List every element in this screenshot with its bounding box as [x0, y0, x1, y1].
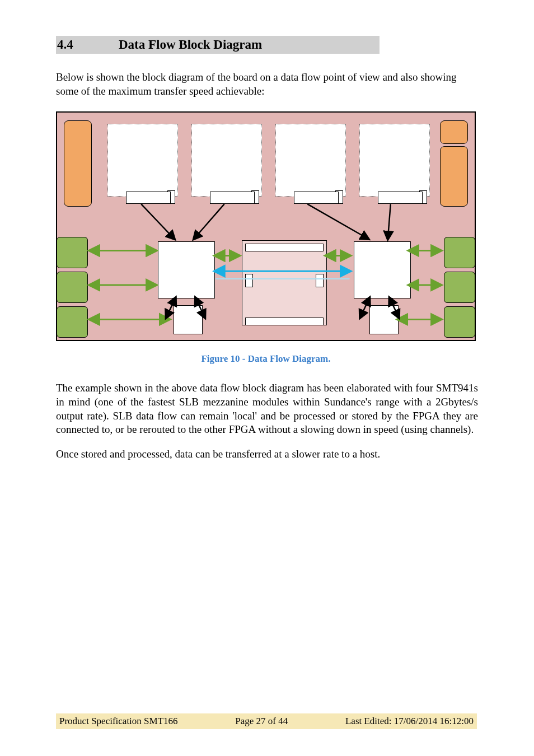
slb-module-3 — [275, 124, 346, 197]
slb-tab — [294, 192, 339, 204]
connector-block-left — [64, 120, 92, 207]
section-heading: 4.4Data Flow Block Diagram — [56, 36, 380, 54]
fpga-left — [158, 241, 215, 298]
io-block — [444, 272, 475, 303]
io-block — [444, 306, 475, 338]
slb-tab — [126, 192, 171, 204]
slb-tab — [378, 192, 423, 204]
io-block — [57, 272, 88, 303]
body-paragraph-1: The example shown in the above data flow… — [56, 381, 478, 437]
svg-line-0 — [141, 204, 174, 239]
data-flow-diagram — [56, 111, 476, 341]
memory-block-left — [174, 305, 203, 334]
io-block — [444, 237, 475, 268]
document-page: 4.4Data Flow Block Diagram Below is show… — [0, 0, 534, 756]
bridge-bar-bottom — [245, 318, 324, 325]
section-title: Data Flow Block Diagram — [119, 38, 262, 52]
footer-right: Last Edited: 17/06/2014 16:12:00 — [345, 716, 474, 727]
svg-line-3 — [388, 204, 391, 239]
footer-left: Product Specification SMT166 — [59, 716, 178, 727]
slb-module-1 — [107, 124, 178, 197]
fpga-right — [354, 241, 411, 298]
svg-line-16 — [360, 298, 369, 318]
page-footer: Product Specification SMT166 Page 27 of … — [56, 713, 477, 729]
slb-tab — [210, 192, 255, 204]
bridge-port-icon — [245, 274, 253, 287]
bridge-port-icon — [316, 274, 324, 287]
memory-block-right — [369, 305, 399, 334]
slb-module-2 — [191, 124, 262, 197]
io-block — [57, 237, 88, 268]
connector-block-right-bottom — [440, 146, 468, 207]
slb-module-4 — [359, 124, 430, 197]
intro-paragraph: Below is shown the block diagram of the … — [56, 71, 478, 98]
io-block — [57, 306, 88, 338]
svg-line-1 — [194, 204, 224, 239]
bridge-block — [242, 240, 327, 325]
connector-block-right-top — [440, 120, 468, 144]
bridge-bar-top — [245, 244, 324, 251]
section-number: 4.4 — [57, 38, 119, 52]
figure-caption: Figure 10 - Data Flow Diagram. — [56, 353, 476, 365]
footer-center: Page 27 of 44 — [235, 716, 288, 727]
svg-line-2 — [307, 204, 368, 239]
body-paragraph-2: Once stored and processed, data can be t… — [56, 447, 478, 461]
